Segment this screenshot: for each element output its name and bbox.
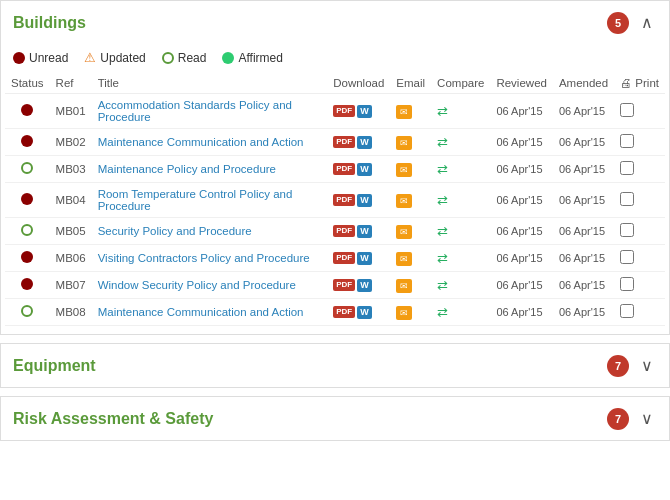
buildings-section: Buildings 5 ∧ Unread ⚠ Updated Read Affi…	[0, 0, 670, 335]
pdf-icon[interactable]: PDF	[333, 252, 355, 264]
ref-cell: MB02	[50, 129, 92, 156]
amended-cell: 06 Apr'15	[553, 183, 614, 218]
print-cell	[614, 218, 665, 245]
equipment-header[interactable]: Equipment 7 ∨	[1, 344, 669, 387]
print-checkbox[interactable]	[620, 192, 634, 206]
amended-cell: 06 Apr'15	[553, 156, 614, 183]
title-link[interactable]: Maintenance Communication and Action	[98, 136, 304, 148]
email-icon[interactable]: ✉	[396, 252, 412, 266]
title-link[interactable]: Window Security Policy and Procedure	[98, 279, 296, 291]
print-checkbox[interactable]	[620, 304, 634, 318]
email-icon[interactable]: ✉	[396, 194, 412, 208]
email-cell: ✉	[390, 94, 431, 129]
title-link[interactable]: Maintenance Policy and Procedure	[98, 163, 276, 175]
risk-header-right: 7 ∨	[607, 407, 657, 430]
compare-icon[interactable]: ⇄	[437, 305, 448, 320]
amended-cell: 06 Apr'15	[553, 94, 614, 129]
email-icon[interactable]: ✉	[396, 306, 412, 320]
email-icon[interactable]: ✉	[396, 163, 412, 177]
compare-icon[interactable]: ⇄	[437, 278, 448, 293]
table-row: MB03 Maintenance Policy and Procedure PD…	[5, 156, 665, 183]
compare-icon[interactable]: ⇄	[437, 104, 448, 119]
risk-title: Risk Assessment & Safety	[13, 410, 213, 428]
status-cell	[5, 245, 50, 272]
word-icon[interactable]: W	[357, 136, 372, 149]
email-icon[interactable]: ✉	[396, 279, 412, 293]
word-icon[interactable]: W	[357, 163, 372, 176]
risk-collapse-button[interactable]: ∨	[637, 407, 657, 430]
word-icon[interactable]: W	[357, 225, 372, 238]
word-icon[interactable]: W	[357, 194, 372, 207]
print-cell	[614, 156, 665, 183]
status-indicator	[21, 278, 33, 290]
download-cell: PDF W	[327, 156, 390, 183]
pdf-icon[interactable]: PDF	[333, 163, 355, 175]
equipment-title: Equipment	[13, 357, 96, 375]
legend-read: Read	[162, 51, 207, 65]
download-icons: PDF W	[333, 252, 384, 265]
ref-cell: MB08	[50, 299, 92, 326]
pdf-icon[interactable]: PDF	[333, 225, 355, 237]
ref-cell: MB03	[50, 156, 92, 183]
title-cell: Visiting Contractors Policy and Procedur…	[92, 245, 328, 272]
title-link[interactable]: Maintenance Communication and Action	[98, 306, 304, 318]
legend: Unread ⚠ Updated Read Affirmed	[1, 44, 669, 73]
word-icon[interactable]: W	[357, 306, 372, 319]
email-icon[interactable]: ✉	[396, 105, 412, 119]
word-icon[interactable]: W	[357, 279, 372, 292]
table-row: MB04 Room Temperature Control Policy and…	[5, 183, 665, 218]
email-icon[interactable]: ✉	[396, 225, 412, 239]
table-row: MB07 Window Security Policy and Procedur…	[5, 272, 665, 299]
title-cell: Maintenance Policy and Procedure	[92, 156, 328, 183]
download-icons: PDF W	[333, 136, 384, 149]
unread-label: Unread	[29, 51, 68, 65]
buildings-table: Status Ref Title Download Email Compare …	[5, 73, 665, 326]
pdf-icon[interactable]: PDF	[333, 306, 355, 318]
status-indicator	[21, 251, 33, 263]
compare-icon[interactable]: ⇄	[437, 224, 448, 239]
download-cell: PDF W	[327, 245, 390, 272]
compare-icon[interactable]: ⇄	[437, 162, 448, 177]
unread-dot	[13, 52, 25, 64]
pdf-icon[interactable]: PDF	[333, 105, 355, 117]
compare-icon[interactable]: ⇄	[437, 135, 448, 150]
compare-icon[interactable]: ⇄	[437, 251, 448, 266]
title-cell: Accommodation Standards Policy and Proce…	[92, 94, 328, 129]
risk-section: Risk Assessment & Safety 7 ∨	[0, 396, 670, 441]
title-link[interactable]: Room Temperature Control Policy and Proc…	[98, 188, 293, 212]
compare-cell: ⇄	[431, 183, 490, 218]
word-icon[interactable]: W	[357, 105, 372, 118]
status-cell	[5, 183, 50, 218]
reviewed-cell: 06 Apr'15	[490, 218, 553, 245]
read-label: Read	[178, 51, 207, 65]
pdf-icon[interactable]: PDF	[333, 136, 355, 148]
pdf-icon[interactable]: PDF	[333, 194, 355, 206]
col-reviewed: Reviewed	[490, 73, 553, 94]
title-link[interactable]: Security Policy and Procedure	[98, 225, 252, 237]
buildings-collapse-button[interactable]: ∧	[637, 11, 657, 34]
pdf-icon[interactable]: PDF	[333, 279, 355, 291]
ref-cell: MB01	[50, 94, 92, 129]
status-cell	[5, 94, 50, 129]
print-cell	[614, 94, 665, 129]
risk-header[interactable]: Risk Assessment & Safety 7 ∨	[1, 397, 669, 440]
email-icon[interactable]: ✉	[396, 136, 412, 150]
word-icon[interactable]: W	[357, 252, 372, 265]
title-link[interactable]: Visiting Contractors Policy and Procedur…	[98, 252, 310, 264]
title-link[interactable]: Accommodation Standards Policy and Proce…	[98, 99, 292, 123]
print-checkbox[interactable]	[620, 161, 634, 175]
table-header-row: Status Ref Title Download Email Compare …	[5, 73, 665, 94]
print-checkbox[interactable]	[620, 250, 634, 264]
print-checkbox[interactable]	[620, 277, 634, 291]
print-checkbox[interactable]	[620, 223, 634, 237]
equipment-collapse-button[interactable]: ∨	[637, 354, 657, 377]
status-cell	[5, 156, 50, 183]
print-cell	[614, 299, 665, 326]
print-checkbox[interactable]	[620, 134, 634, 148]
compare-cell: ⇄	[431, 245, 490, 272]
print-checkbox[interactable]	[620, 103, 634, 117]
compare-icon[interactable]: ⇄	[437, 193, 448, 208]
table-row: MB06 Visiting Contractors Policy and Pro…	[5, 245, 665, 272]
table-row: MB02 Maintenance Communication and Actio…	[5, 129, 665, 156]
status-indicator	[21, 135, 33, 147]
